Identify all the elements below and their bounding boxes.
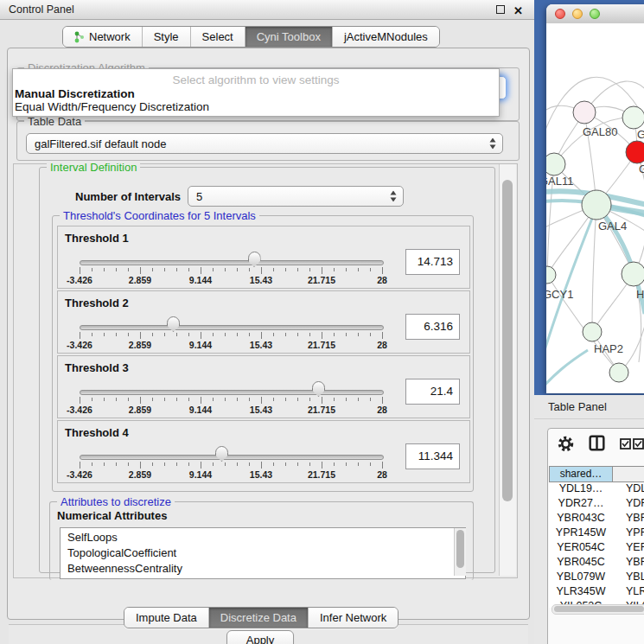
network-node-GA[interactable]: [622, 106, 644, 129]
cell-name[interactable]: YBR043C: [613, 512, 644, 526]
table-row[interactable]: YPR145WYPR145W: [549, 526, 644, 541]
slider-tick: [322, 267, 322, 274]
close-icon[interactable]: ✕: [513, 2, 523, 21]
cell-shared-name[interactable]: YBR045C: [549, 556, 613, 571]
network-node-partial[interactable]: [609, 363, 628, 382]
split-columns-icon[interactable]: [589, 435, 605, 451]
table-row[interactable]: YBR043CYBR043C: [549, 512, 644, 526]
table-data-combo[interactable]: galFiltered.sif default node: [26, 133, 503, 154]
slider-tick: [370, 333, 371, 336]
slider-tick: [297, 462, 298, 466]
threshold-value-field[interactable]: 14.713: [405, 249, 460, 275]
apply-button[interactable]: Apply: [226, 630, 294, 644]
tab-network[interactable]: Network: [63, 27, 142, 47]
network-edge-weighted[interactable]: [546, 350, 588, 393]
number-of-intervals-combo[interactable]: 5: [188, 186, 404, 207]
scrollbar-thumb[interactable]: [554, 606, 644, 612]
cell-name[interactable]: YDR27: [613, 497, 644, 512]
network-node-H[interactable]: [622, 262, 644, 286]
number-of-intervals-label: Number of Intervals: [75, 190, 181, 203]
slider-tick: [249, 268, 250, 271]
group-title: Threshold's Coordinates for 5 Intervals: [60, 209, 259, 222]
checkbox-icons[interactable]: [620, 438, 644, 450]
tab-infer-network[interactable]: Infer Network: [308, 608, 398, 628]
slider-tick-label: 2.859: [114, 469, 166, 480]
slider-tick-label: 9.144: [175, 469, 226, 480]
network-node-GAL80[interactable]: [573, 101, 596, 124]
threshold-value-field[interactable]: 11.344: [405, 443, 460, 469]
network-node-GCY1[interactable]: [546, 266, 556, 284]
slider-tick: [285, 333, 286, 336]
cell-name[interactable]: YPR145W: [613, 526, 644, 541]
table-row[interactable]: YDR27…YDR27: [549, 497, 644, 512]
tab-select[interactable]: Select: [190, 27, 245, 47]
cell-shared-name[interactable]: YBR043C: [549, 512, 613, 526]
cell-name[interactable]: YLR345W: [613, 585, 644, 600]
list-scrollbar[interactable]: [454, 528, 466, 576]
close-traffic-light-icon[interactable]: [555, 9, 565, 19]
network-node-G[interactable]: [626, 141, 644, 163]
cell-shared-name[interactable]: YPR145W: [549, 526, 613, 541]
cell-shared-name[interactable]: YLR345W: [549, 585, 613, 600]
cell-shared-name[interactable]: YDL19…: [549, 482, 613, 497]
attribute-list-item[interactable]: SelfLoops: [61, 530, 465, 545]
float-window-icon[interactable]: [496, 5, 505, 14]
network-graph[interactable]: GAL80GAGGAL11GAL4GCY1HHAP2: [546, 23, 644, 393]
network-window-titlebar: [546, 4, 644, 24]
cell-shared-name[interactable]: YBL079W: [549, 571, 613, 585]
scrollbar-thumb[interactable]: [502, 180, 513, 501]
slider-tick: [176, 333, 177, 336]
popup-prompt: Select algorithm to view settings: [13, 73, 499, 86]
cell-shared-name[interactable]: YER054C: [549, 541, 613, 556]
network-node-HAP2[interactable]: [583, 322, 602, 341]
tab-impute-data[interactable]: Impute Data: [124, 608, 208, 628]
slider-tick: [104, 333, 105, 336]
slider-tick: [225, 462, 226, 466]
cell-name[interactable]: YBR045C: [613, 556, 644, 571]
popup-option-manual-discretization[interactable]: Manual Discretization: [15, 87, 135, 100]
slider-tick: [213, 462, 214, 466]
gear-icon[interactable]: [558, 436, 574, 452]
network-node-GAL11[interactable]: [546, 153, 565, 175]
tab-discretize-data[interactable]: Discretize Data: [208, 608, 308, 628]
threshold-value-field[interactable]: 6.316: [405, 314, 460, 340]
slider-track[interactable]: [80, 325, 384, 330]
cell-name[interactable]: YBL079W: [613, 571, 644, 585]
slider-track[interactable]: [80, 390, 384, 395]
column-header-name[interactable]: name: [613, 466, 644, 482]
threshold-3-panel: Threshold 3 -3.4262.8599.14415.4321.7152…: [57, 355, 470, 418]
cell-name[interactable]: YER054C: [613, 541, 644, 556]
column-header-shared[interactable]: shared…: [549, 466, 613, 482]
tab-style[interactable]: Style: [142, 27, 190, 47]
cell-shared-name[interactable]: YDR27…: [549, 497, 613, 512]
number-of-intervals-value: 5: [196, 190, 202, 203]
table-row[interactable]: YLR345WYLR345W: [549, 585, 644, 600]
table-row[interactable]: YDL19…YDL19: [549, 482, 644, 497]
table-row[interactable]: YER054CYER054C: [549, 541, 644, 556]
slider-track[interactable]: [80, 455, 384, 460]
threshold-4-panel: Threshold 4 -3.4262.8599.14415.4321.7152…: [57, 420, 470, 483]
slider-tick: [128, 398, 129, 401]
slider-track[interactable]: [80, 260, 384, 265]
table-row[interactable]: YBR045CYBR045C: [549, 556, 644, 571]
network-canvas[interactable]: GAL80GAGGAL11GAL4GCY1HHAP2: [546, 23, 644, 393]
slider-tick: [201, 267, 201, 274]
tab-cyni-toolbox[interactable]: Cyni Toolbox: [245, 27, 332, 47]
cell-name[interactable]: YDL19: [613, 482, 644, 497]
network-node-GAL4[interactable]: [582, 190, 611, 220]
scrollbar-thumb[interactable]: [456, 530, 464, 568]
slider-tick: [382, 332, 383, 339]
horizontal-scrollbar[interactable]: [552, 604, 644, 615]
vertical-scrollbar[interactable]: [499, 164, 516, 576]
attribute-list-item[interactable]: TopologicalCoefficient: [61, 545, 465, 561]
slider-tick: [92, 333, 92, 336]
minimize-traffic-light-icon[interactable]: [572, 9, 583, 19]
tab-jactivemnodules[interactable]: jActiveMNodules: [332, 27, 439, 47]
network-edge[interactable]: [592, 205, 596, 332]
attribute-list-item[interactable]: BetweennessCentrality: [61, 561, 465, 577]
threshold-value-field[interactable]: 21.4: [405, 379, 460, 405]
zoom-traffic-light-icon[interactable]: [590, 9, 600, 19]
popup-option-equal-width-frequency[interactable]: Equal Width/Frequency Discretization: [15, 100, 209, 113]
table-row[interactable]: YBL079WYBL079W: [549, 571, 644, 585]
numerical-attributes-list[interactable]: SelfLoopsTopologicalCoefficientBetweenne…: [60, 527, 466, 579]
